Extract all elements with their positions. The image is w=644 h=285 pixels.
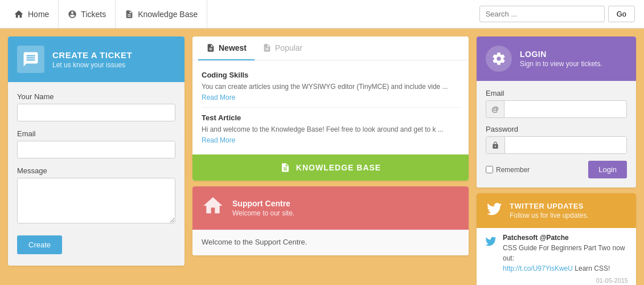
create-ticket-button[interactable]: Create [17, 235, 62, 254]
right-column: LOGIN Sign in to view your tickets. Emai… [477, 36, 636, 285]
login-email-input[interactable] [504, 101, 626, 117]
login-button[interactable]: Login [588, 161, 627, 178]
support-header-text: Support Centre Welcome to our site. [232, 199, 294, 217]
password-key-icon [486, 137, 505, 153]
nav-home[interactable]: Home [5, 0, 59, 28]
login-password-input-wrapper [486, 136, 627, 154]
article-excerpt-1: You can create articles using the WYSIWY… [202, 82, 460, 92]
twitter-bird-icon [486, 200, 503, 221]
support-title: Support Centre [232, 199, 294, 208]
email-at-icon: @ [486, 101, 504, 117]
email-input[interactable] [17, 141, 175, 158]
kb-button-label: KNOWLEDGE BASE [296, 163, 381, 172]
support-body-text: Welcome to the Support Centre. [202, 238, 460, 246]
articles-card: Newest Popular Coding Skills You can cre… [192, 36, 469, 181]
login-title: LOGIN [520, 50, 602, 59]
login-header: LOGIN Sign in to view your tickets. [477, 36, 636, 81]
tab-popular[interactable]: Popular [255, 36, 310, 60]
login-gear-icon [486, 46, 512, 72]
login-email-group: Email @ [486, 89, 627, 118]
search-input[interactable] [479, 6, 605, 22]
remember-label[interactable]: Remember [486, 166, 530, 174]
name-group: Your Name [17, 92, 175, 121]
login-subtitle: Sign in to view your tickets. [520, 60, 602, 68]
twitter-header-text: TWITTER UPDATES Follow us for live updat… [510, 202, 589, 219]
login-password-input[interactable] [505, 137, 626, 153]
email-group: Email [17, 129, 175, 158]
ticket-subtitle: Let us know your issues [52, 61, 132, 69]
kb-button-icon [280, 162, 290, 173]
twitter-header: TWITTER UPDATES Follow us for live updat… [477, 193, 636, 228]
articles-tabs: Newest Popular [192, 36, 469, 60]
login-email-input-wrapper: @ [486, 100, 627, 118]
ticket-header-icon [17, 46, 44, 73]
nav-home-label: Home [28, 10, 49, 19]
ticket-header: CREATE A TICKET Let us know your issues [8, 36, 184, 82]
name-label: Your Name [17, 92, 175, 101]
ticket-header-text: CREATE A TICKET Let us know your issues [52, 50, 132, 69]
gear-icon [491, 51, 506, 66]
tweet-twitter-icon [485, 235, 497, 247]
email-label: Email [17, 129, 175, 138]
twitter-icon [486, 200, 503, 217]
tweet-bird-icon [485, 235, 497, 251]
twitter-title: TWITTER UPDATES [510, 202, 589, 210]
nav-knowledge-base[interactable]: Knowledge Base [116, 0, 207, 28]
login-card: LOGIN Sign in to view your tickets. Emai… [477, 36, 636, 188]
article-title-1: Coding Skills [202, 71, 460, 79]
tweet-author: Patchesoft @Patche [503, 234, 628, 242]
newest-icon [206, 43, 215, 52]
support-card: Support Centre Welcome to our site. Welc… [192, 186, 469, 255]
search-go-button[interactable]: Go [608, 6, 635, 22]
support-subtitle: Welcome to our site. [232, 209, 294, 217]
tweet-text: CSS Guide For Beginners Part Two now out… [503, 243, 628, 274]
article-excerpt-2: Hi and welcome to the Knowledge Base! Fe… [202, 124, 460, 135]
chat-icon [22, 51, 39, 68]
article-item-1: Coding Skills You can create articles us… [202, 65, 460, 108]
middle-column: Newest Popular Coding Skills You can cre… [192, 36, 469, 285]
login-bottom: Remember Login [486, 161, 627, 178]
popular-tab-label: Popular [275, 43, 302, 52]
message-label: Message [17, 166, 175, 175]
tweet-link[interactable]: http://t.co/U97YisKweU [503, 264, 573, 272]
login-form: Email @ Password [477, 81, 636, 188]
ticket-title: CREATE A TICKET [52, 50, 132, 60]
tab-newest[interactable]: Newest [198, 36, 255, 60]
navbar: Home Tickets Knowledge Base Go [0, 0, 644, 28]
support-house-icon [202, 194, 224, 222]
ticket-form: Your Name Email Message Create [8, 82, 184, 266]
login-header-text: LOGIN Sign in to view your tickets. [520, 50, 602, 68]
support-body: Welcome to the Support Centre. [192, 230, 469, 255]
create-ticket-panel: CREATE A TICKET Let us know your issues … [8, 36, 184, 285]
tweet-date: 01-05-2015 [485, 277, 628, 284]
popular-icon [262, 43, 272, 52]
login-password-group: Password [486, 125, 627, 154]
tweet-content: Patchesoft @Patche CSS Guide For Beginne… [503, 234, 628, 274]
tweet-link-suffix: Learn CSS! [575, 264, 610, 272]
tweet-item: Patchesoft @Patche CSS Guide For Beginne… [485, 234, 628, 274]
home-icon [14, 9, 24, 19]
kb-nav-icon [125, 10, 134, 19]
name-input[interactable] [17, 104, 175, 121]
twitter-body: Patchesoft @Patche CSS Guide For Beginne… [477, 228, 636, 285]
lock-icon [491, 141, 499, 149]
twitter-card: TWITTER UPDATES Follow us for live updat… [477, 193, 636, 285]
remember-checkbox[interactable] [486, 166, 493, 173]
knowledge-base-button[interactable]: KNOWLEDGE BASE [192, 154, 469, 181]
newest-tab-label: Newest [219, 43, 247, 52]
read-more-1[interactable]: Read More [202, 93, 460, 101]
search-area: Go [479, 6, 635, 22]
message-textarea[interactable] [17, 178, 175, 223]
tickets-icon [68, 10, 77, 19]
nav-tickets-label: Tickets [81, 10, 106, 19]
login-password-label: Password [486, 125, 627, 133]
nav-kb-label: Knowledge Base [138, 10, 198, 19]
message-group: Message [17, 166, 175, 225]
twitter-subtitle: Follow us for live updates. [510, 211, 589, 219]
article-title-2: Test Article [202, 113, 460, 122]
login-email-label: Email [486, 89, 627, 97]
nav-tickets[interactable]: Tickets [59, 0, 116, 28]
read-more-2[interactable]: Read More [202, 136, 460, 144]
tweet-text-main: CSS Guide For Beginners Part Two now out… [503, 244, 625, 262]
article-item-2: Test Article Hi and welcome to the Knowl… [202, 108, 460, 150]
